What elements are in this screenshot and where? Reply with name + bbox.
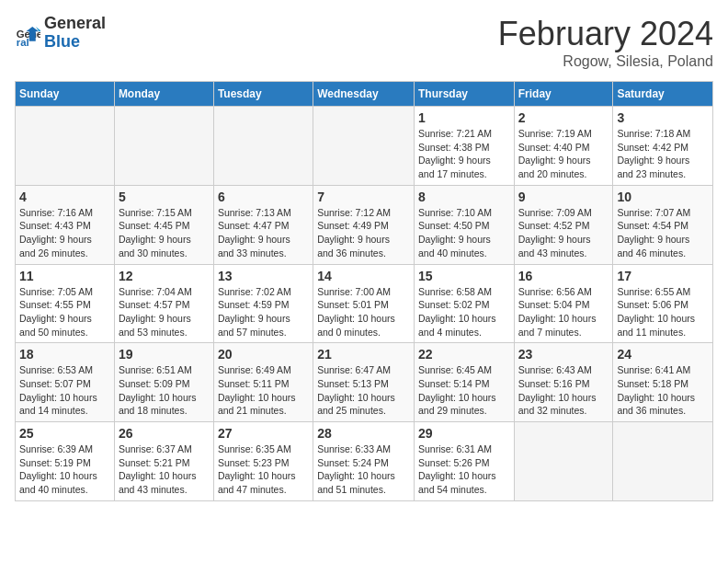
day-info: Sunrise: 7:09 AM Sunset: 4:52 PM Dayligh… xyxy=(518,206,609,260)
day-number: 3 xyxy=(617,110,709,125)
weekday-header-cell: Saturday xyxy=(613,82,713,107)
calendar-cell: 20Sunrise: 6:49 AM Sunset: 5:11 PM Dayli… xyxy=(213,343,313,422)
calendar-cell: 15Sunrise: 6:58 AM Sunset: 5:02 PM Dayli… xyxy=(414,264,514,343)
calendar-table: SundayMondayTuesdayWednesdayThursdayFrid… xyxy=(15,81,713,501)
day-info: Sunrise: 7:18 AM Sunset: 4:42 PM Dayligh… xyxy=(617,127,709,181)
day-number: 24 xyxy=(617,347,709,362)
calendar-cell: 4Sunrise: 7:16 AM Sunset: 4:43 PM Daylig… xyxy=(16,185,115,264)
svg-text:ral: ral xyxy=(17,37,29,46)
calendar-cell: 28Sunrise: 6:33 AM Sunset: 5:24 PM Dayli… xyxy=(313,422,415,501)
day-number: 19 xyxy=(119,347,210,362)
day-number: 8 xyxy=(418,190,510,204)
weekday-header-cell: Thursday xyxy=(414,82,514,107)
day-number: 14 xyxy=(317,269,410,283)
day-info: Sunrise: 6:43 AM Sunset: 5:16 PM Dayligh… xyxy=(518,363,609,418)
day-info: Sunrise: 6:33 AM Sunset: 5:24 PM Dayligh… xyxy=(317,442,410,497)
calendar-week-row: 11Sunrise: 7:05 AM Sunset: 4:55 PM Dayli… xyxy=(16,264,713,343)
calendar-cell: 5Sunrise: 7:15 AM Sunset: 4:45 PM Daylig… xyxy=(114,185,213,264)
calendar-week-row: 25Sunrise: 6:39 AM Sunset: 5:19 PM Dayli… xyxy=(16,422,713,501)
day-number: 15 xyxy=(418,269,510,283)
day-info: Sunrise: 6:55 AM Sunset: 5:06 PM Dayligh… xyxy=(617,285,709,339)
calendar-cell xyxy=(16,107,115,186)
calendar-cell: 10Sunrise: 7:07 AM Sunset: 4:54 PM Dayli… xyxy=(613,185,713,264)
calendar-cell xyxy=(114,107,213,186)
day-number: 17 xyxy=(617,269,709,283)
calendar-cell: 12Sunrise: 7:04 AM Sunset: 4:57 PM Dayli… xyxy=(114,264,213,343)
day-info: Sunrise: 6:37 AM Sunset: 5:21 PM Dayligh… xyxy=(119,442,210,497)
day-info: Sunrise: 7:10 AM Sunset: 4:50 PM Dayligh… xyxy=(418,206,510,260)
day-info: Sunrise: 6:39 AM Sunset: 5:19 PM Dayligh… xyxy=(19,442,110,497)
main-title: February 2024 xyxy=(498,15,713,53)
weekday-header-row: SundayMondayTuesdayWednesdayThursdayFrid… xyxy=(16,82,713,107)
day-number: 23 xyxy=(518,347,609,362)
day-number: 10 xyxy=(617,190,709,204)
calendar-cell xyxy=(514,422,613,501)
calendar-cell: 25Sunrise: 6:39 AM Sunset: 5:19 PM Dayli… xyxy=(16,422,115,501)
day-number: 28 xyxy=(317,426,410,441)
calendar-cell: 23Sunrise: 6:43 AM Sunset: 5:16 PM Dayli… xyxy=(514,343,613,422)
calendar-cell: 3Sunrise: 7:18 AM Sunset: 4:42 PM Daylig… xyxy=(613,107,713,186)
day-number: 13 xyxy=(218,269,309,283)
day-number: 18 xyxy=(19,347,110,362)
day-info: Sunrise: 6:41 AM Sunset: 5:18 PM Dayligh… xyxy=(617,363,709,418)
day-info: Sunrise: 7:12 AM Sunset: 4:49 PM Dayligh… xyxy=(317,206,410,260)
day-info: Sunrise: 6:51 AM Sunset: 5:09 PM Dayligh… xyxy=(119,363,210,418)
calendar-cell: 19Sunrise: 6:51 AM Sunset: 5:09 PM Dayli… xyxy=(114,343,213,422)
calendar-cell xyxy=(213,107,313,186)
day-number: 2 xyxy=(518,110,609,125)
calendar-cell: 7Sunrise: 7:12 AM Sunset: 4:49 PM Daylig… xyxy=(313,185,415,264)
day-info: Sunrise: 7:04 AM Sunset: 4:57 PM Dayligh… xyxy=(119,285,210,339)
weekday-header-cell: Monday xyxy=(114,82,213,107)
day-number: 29 xyxy=(418,426,510,441)
day-info: Sunrise: 7:15 AM Sunset: 4:45 PM Dayligh… xyxy=(119,206,210,260)
logo-icon: Gene ral xyxy=(15,20,40,46)
day-number: 20 xyxy=(218,347,309,362)
day-info: Sunrise: 7:13 AM Sunset: 4:47 PM Dayligh… xyxy=(218,206,309,260)
day-number: 22 xyxy=(418,347,510,362)
day-info: Sunrise: 7:00 AM Sunset: 5:01 PM Dayligh… xyxy=(317,285,410,339)
day-number: 12 xyxy=(119,269,210,283)
calendar-cell: 2Sunrise: 7:19 AM Sunset: 4:40 PM Daylig… xyxy=(514,107,613,186)
logo-blue-text: Blue xyxy=(44,33,106,52)
calendar-cell xyxy=(313,107,415,186)
calendar-body: 1Sunrise: 7:21 AM Sunset: 4:38 PM Daylig… xyxy=(16,107,713,501)
title-section: February 2024 Rogow, Silesia, Poland xyxy=(498,15,713,70)
day-number: 6 xyxy=(218,190,309,204)
subtitle: Rogow, Silesia, Poland xyxy=(498,53,713,70)
logo: Gene ral General Blue xyxy=(15,15,106,52)
logo-general-text: General xyxy=(44,15,106,33)
calendar-cell: 18Sunrise: 6:53 AM Sunset: 5:07 PM Dayli… xyxy=(16,343,115,422)
calendar-cell: 14Sunrise: 7:00 AM Sunset: 5:01 PM Dayli… xyxy=(313,264,415,343)
day-number: 21 xyxy=(317,347,410,362)
day-info: Sunrise: 6:35 AM Sunset: 5:23 PM Dayligh… xyxy=(218,442,309,497)
day-number: 7 xyxy=(317,190,410,204)
calendar-cell: 17Sunrise: 6:55 AM Sunset: 5:06 PM Dayli… xyxy=(613,264,713,343)
calendar-cell: 29Sunrise: 6:31 AM Sunset: 5:26 PM Dayli… xyxy=(414,422,514,501)
weekday-header-cell: Sunday xyxy=(16,82,115,107)
calendar-cell: 11Sunrise: 7:05 AM Sunset: 4:55 PM Dayli… xyxy=(16,264,115,343)
calendar-cell: 24Sunrise: 6:41 AM Sunset: 5:18 PM Dayli… xyxy=(613,343,713,422)
calendar-cell: 13Sunrise: 7:02 AM Sunset: 4:59 PM Dayli… xyxy=(213,264,313,343)
day-info: Sunrise: 6:56 AM Sunset: 5:04 PM Dayligh… xyxy=(518,285,609,339)
day-info: Sunrise: 6:53 AM Sunset: 5:07 PM Dayligh… xyxy=(19,363,110,418)
calendar-cell: 9Sunrise: 7:09 AM Sunset: 4:52 PM Daylig… xyxy=(514,185,613,264)
calendar-cell: 21Sunrise: 6:47 AM Sunset: 5:13 PM Dayli… xyxy=(313,343,415,422)
page-header: Gene ral General Blue February 2024 Rogo… xyxy=(15,15,713,70)
day-number: 11 xyxy=(19,269,110,283)
day-number: 5 xyxy=(119,190,210,204)
day-info: Sunrise: 7:07 AM Sunset: 4:54 PM Dayligh… xyxy=(617,206,709,260)
calendar-cell: 26Sunrise: 6:37 AM Sunset: 5:21 PM Dayli… xyxy=(114,422,213,501)
weekday-header-cell: Tuesday xyxy=(213,82,313,107)
day-info: Sunrise: 7:21 AM Sunset: 4:38 PM Dayligh… xyxy=(418,127,510,181)
calendar-cell: 27Sunrise: 6:35 AM Sunset: 5:23 PM Dayli… xyxy=(213,422,313,501)
day-number: 26 xyxy=(119,426,210,441)
weekday-header-cell: Wednesday xyxy=(313,82,415,107)
day-info: Sunrise: 6:49 AM Sunset: 5:11 PM Dayligh… xyxy=(218,363,309,418)
day-info: Sunrise: 6:45 AM Sunset: 5:14 PM Dayligh… xyxy=(418,363,510,418)
day-info: Sunrise: 7:05 AM Sunset: 4:55 PM Dayligh… xyxy=(19,285,110,339)
day-number: 25 xyxy=(19,426,110,441)
day-info: Sunrise: 6:47 AM Sunset: 5:13 PM Dayligh… xyxy=(317,363,410,418)
calendar-week-row: 18Sunrise: 6:53 AM Sunset: 5:07 PM Dayli… xyxy=(16,343,713,422)
day-number: 16 xyxy=(518,269,609,283)
day-info: Sunrise: 7:02 AM Sunset: 4:59 PM Dayligh… xyxy=(218,285,309,339)
